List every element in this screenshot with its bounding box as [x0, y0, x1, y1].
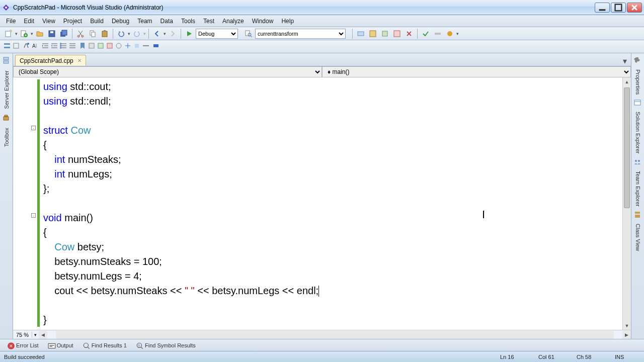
tb-icon-d[interactable] — [391, 28, 403, 39]
class-view-tab[interactable]: Class View — [634, 221, 642, 254]
tb2-i[interactable] — [124, 42, 132, 52]
minimize-button[interactable] — [595, 3, 610, 13]
svg-rect-35 — [153, 44, 158, 47]
zoom-level[interactable]: 75 % — [13, 332, 32, 338]
document-tab-close[interactable]: ✕ — [76, 58, 83, 63]
tb2-c[interactable] — [22, 42, 30, 52]
open-button[interactable] — [34, 28, 45, 39]
undo-button[interactable] — [116, 28, 127, 39]
tb-icon-g[interactable] — [432, 28, 443, 39]
start-debug-button[interactable] — [184, 28, 195, 39]
menu-data[interactable]: Data — [156, 17, 177, 26]
horizontal-scrollbar[interactable] — [56, 331, 614, 339]
output-tab[interactable]: Output — [44, 341, 77, 350]
outline-toggle-main[interactable]: - — [31, 213, 36, 218]
menu-edit[interactable]: Edit — [20, 17, 38, 26]
tb-icon-a[interactable] — [355, 28, 366, 39]
maximize-button[interactable] — [611, 3, 626, 13]
decrease-indent-button[interactable] — [41, 42, 49, 52]
tb2-j[interactable] — [133, 42, 141, 52]
svg-point-27 — [27, 43, 29, 45]
redo-button[interactable] — [131, 28, 142, 39]
scroll-thumb[interactable] — [624, 87, 630, 208]
tb2-g[interactable] — [106, 42, 114, 52]
status-line: Ln 16 — [500, 354, 525, 360]
outline-toggle-struct[interactable]: - — [31, 126, 36, 130]
tb-icon-f[interactable] — [420, 28, 431, 39]
team-explorer-tab[interactable]: Team Explorer — [634, 168, 642, 210]
navigate-back-button[interactable] — [151, 28, 163, 39]
vertical-scrollbar[interactable]: ▲ ▼ — [622, 77, 631, 330]
menu-view[interactable]: View — [38, 17, 59, 26]
tb2-f[interactable] — [97, 42, 105, 52]
cut-button[interactable] — [75, 28, 86, 39]
toolbox-icon[interactable] — [2, 114, 11, 123]
svg-rect-13 — [92, 32, 95, 37]
svg-rect-31 — [98, 43, 103, 48]
find-results-tab[interactable]: Find Results 1 — [78, 341, 131, 350]
class-view-icon[interactable] — [633, 211, 642, 220]
bookmark-button[interactable] — [78, 42, 87, 52]
tb2-a[interactable] — [3, 42, 11, 52]
solution-explorer-tab[interactable]: Solution Explorer — [634, 109, 642, 157]
menu-project[interactable]: Project — [59, 17, 86, 26]
tab-overflow-button[interactable]: ▾ — [619, 56, 631, 66]
solution-explorer-icon[interactable] — [633, 99, 642, 108]
tb-icon-e[interactable] — [404, 28, 415, 39]
find-symbol-tab[interactable]: s Find Symbol Results — [132, 341, 200, 350]
add-item-button[interactable] — [19, 28, 30, 39]
document-tabstrip: CppScratchPad.cpp ✕ ▾ — [13, 53, 631, 66]
scroll-up-arrow[interactable]: ▲ — [623, 77, 631, 86]
navigate-forward-button[interactable] — [167, 28, 178, 39]
code-editor[interactable]: using std::cout; using std::endl; struct… — [40, 77, 622, 330]
scope-dropdown[interactable]: (Global Scope) — [13, 66, 322, 77]
save-button[interactable] — [46, 28, 57, 39]
tb-icon-b[interactable] — [367, 28, 378, 39]
menu-build[interactable]: Build — [86, 17, 108, 26]
team-explorer-icon[interactable] — [633, 158, 642, 167]
tb2-e[interactable] — [88, 42, 96, 52]
svg-text:s: s — [138, 343, 140, 347]
save-all-button[interactable] — [58, 28, 69, 39]
close-button[interactable] — [627, 3, 642, 13]
transform-dropdown[interactable]: currenttransform — [255, 29, 346, 39]
menu-tools[interactable]: Tools — [177, 17, 199, 26]
properties-tab[interactable]: Properties — [634, 66, 642, 98]
tb-icon-h[interactable] — [444, 28, 455, 39]
hscroll-left[interactable]: ◀ — [39, 331, 47, 339]
hscroll-right[interactable]: ▶ — [622, 331, 631, 339]
svg-rect-22 — [435, 33, 441, 35]
tb2-l[interactable] — [152, 42, 160, 52]
right-rail: Properties Solution Explorer Team Explor… — [631, 53, 644, 339]
server-explorer-tab[interactable]: Server Explorer — [3, 67, 11, 112]
tb2-b[interactable] — [12, 42, 20, 52]
toolbox-tab[interactable]: Toolbox — [3, 125, 11, 150]
svg-rect-44 — [48, 343, 55, 348]
tb2-k[interactable] — [142, 42, 150, 52]
menu-analyze[interactable]: Analyze — [218, 17, 248, 26]
menu-test[interactable]: Test — [199, 17, 218, 26]
tb2-h[interactable] — [115, 42, 123, 52]
tb2-d[interactable]: A — [31, 42, 39, 52]
scroll-down-arrow[interactable]: ▼ — [623, 321, 631, 330]
uncomment-button[interactable] — [68, 42, 76, 52]
tb-icon-c[interactable] — [379, 28, 390, 39]
server-explorer-icon[interactable] — [2, 56, 11, 65]
config-dropdown[interactable]: Debug — [196, 29, 238, 39]
paste-button[interactable] — [99, 28, 110, 39]
document-tab[interactable]: CppScratchPad.cpp ✕ — [15, 55, 86, 66]
copy-button[interactable] — [87, 28, 98, 39]
increase-indent-button[interactable] — [50, 42, 58, 52]
member-dropdown[interactable]: ♦ main() — [322, 66, 631, 77]
error-list-tab[interactable]: Error List — [3, 341, 43, 350]
new-project-button[interactable] — [3, 28, 14, 39]
properties-icon[interactable] — [633, 56, 642, 65]
find-in-files-button[interactable] — [243, 28, 254, 39]
menu-file[interactable]: File — [2, 17, 20, 26]
menu-help[interactable]: Help — [277, 17, 298, 26]
svg-text:A: A — [32, 43, 36, 49]
menu-debug[interactable]: Debug — [108, 17, 133, 26]
menu-window[interactable]: Window — [248, 17, 278, 26]
menu-team[interactable]: Team — [133, 17, 156, 26]
comment-button[interactable] — [59, 42, 67, 52]
